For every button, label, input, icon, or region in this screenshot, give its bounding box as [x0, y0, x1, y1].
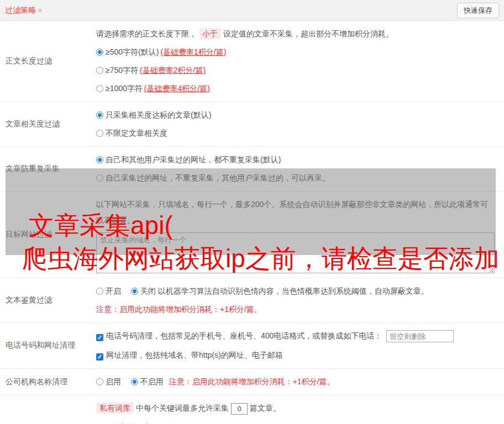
row-site-filter: 目标网站过滤 以下网站不采集，只填域名，每行一个，最多200个。系统会自动识别并…	[0, 192, 504, 278]
radio-icon	[96, 67, 103, 74]
quick-save-button[interactable]: 快速保存	[457, 3, 499, 18]
row-label: 公司机构名称清理	[0, 369, 96, 395]
radio-length-500[interactable]: ≥500字符(默认)(基础费率1积分/篇)	[96, 46, 498, 57]
site-filter-desc: 以下网站不采集，只填域名，每行一个，最多200个。系统会自动识别并屏蔽那些非文章…	[96, 197, 498, 211]
topbar: 过滤策略 » 快速保存	[0, 0, 504, 21]
row-keyword-dedup: 关键词防重复采集 私有词库中每个关键词最多允许采集篇文章。 如果留空或设为0，则…	[0, 395, 504, 424]
radio-icon	[96, 378, 103, 385]
row-relevance-filter: 文章相关度过滤 只采集相关度达标的文章(默认) 不限定文章相关度	[0, 102, 504, 147]
radio-relevance-strict[interactable]: 只采集相关度达标的文章(默认)	[96, 109, 498, 120]
row-label: 文章相关度过滤	[0, 102, 96, 146]
row-label: 关键词防重复采集	[0, 395, 96, 424]
company-clean-note: 注意：启用此功能将增加积分消耗：+1积分/篇。	[169, 377, 335, 386]
radio-porn-off[interactable]: 关闭	[131, 287, 156, 295]
row-company-clean: 公司机构名称清理 启用 不启用 注意：启用此功能将增加积分消耗：+1积分/篇。	[0, 369, 504, 395]
fee-note: (基础费率1积分/篇)	[160, 47, 226, 56]
row-label: 文本鉴黄过滤	[0, 278, 96, 322]
fee-note: (基础费率2积分/篇)	[140, 66, 206, 75]
radio-relevance-any[interactable]: 不限定文章相关度	[96, 128, 498, 139]
radio-icon	[96, 85, 103, 92]
radio-length-750[interactable]: ≥750字符(基础费率2积分/篇)	[96, 65, 498, 76]
checkbox-url-clean[interactable]: 网址清理，包括纯域名、带http(s)的网址、电子邮箱	[96, 349, 498, 361]
radio-icon	[96, 288, 103, 295]
radio-dedup-global[interactable]: 自己和其他用户采集过的网址，都不重复采集(默认)	[96, 154, 498, 165]
blocked-domains-textarea[interactable]	[96, 232, 495, 273]
radio-icon	[131, 288, 138, 295]
keyword-dedup-rule-zero: 如果留空或设为0，则不限篇数。	[96, 422, 498, 424]
row-label: 电话号码和网址清理	[0, 323, 96, 368]
radio-icon	[96, 156, 103, 163]
radio-length-1000[interactable]: ≥1000字符(基础费率4积分/篇)	[96, 83, 498, 94]
checkbox-icon	[96, 334, 103, 341]
row-dedup-filter: 文章防重复采集 自己和其他用户采集过的网址，都不重复采集(默认) 自己采集过的网…	[0, 147, 504, 192]
radio-company-clean-off[interactable]: 不启用	[131, 377, 164, 386]
less-than-highlight: 小于	[200, 28, 221, 39]
filter-strategy-page: 过滤策略 » 快速保存 正文长度过滤 请选择需求的正文长度下限，小于设定值的文章…	[0, 0, 504, 424]
radio-icon	[96, 112, 103, 119]
row-label: 目标网站过滤	[0, 192, 96, 278]
length-filter-desc: 请选择需求的正文长度下限，小于设定值的文章不采集，超出部分不增加积分消耗。	[96, 28, 498, 39]
checkbox-icon	[96, 353, 103, 361]
site-filter-desc: 以不设置。	[96, 213, 498, 227]
fee-note: (基础费率4积分/篇)	[144, 84, 210, 93]
row-length-filter: 正文长度过滤 请选择需求的正文长度下限，小于设定值的文章不采集，超出部分不增加积…	[0, 21, 504, 102]
porn-filter-note: 注意：启用此功能将增加积分消耗：+1积分/篇。	[96, 304, 498, 315]
max-articles-input[interactable]	[231, 403, 248, 415]
row-label: 文章防重复采集	[0, 147, 96, 191]
private-lexicon-chip: 私有词库	[96, 402, 134, 414]
row-label: 正文长度过滤	[0, 21, 96, 102]
radio-company-clean-on[interactable]: 启用	[96, 377, 121, 386]
row-phone-url-clean: 电话号码和网址清理 电话号码清理，包括常见的手机号、座机号、400电话格式，或替…	[0, 323, 504, 369]
radio-porn-on[interactable]: 开启	[96, 287, 121, 295]
radio-dedup-own-only[interactable]: 自己采集过的网址，不重复采集，其他用户采集过的，可以再采。	[96, 172, 498, 183]
radio-icon	[131, 378, 138, 385]
section-title: 过滤策略	[5, 6, 36, 15]
radio-icon	[96, 130, 103, 137]
radio-icon	[96, 174, 103, 182]
chevron-double-down-icon: »	[37, 8, 44, 12]
row-porn-filter: 文本鉴黄过滤 开启 关闭 以机器学习算法自动识别色情内容，当色情概率达到系统阈值…	[0, 278, 504, 323]
porn-filter-desc: 以机器学习算法自动识别色情内容，当色情概率达到系统阈值，自动屏蔽文章。	[158, 287, 429, 295]
checkbox-phone-clean[interactable]: 电话号码清理，包括常见的手机号、座机号、400电话格式，或替换成如下电话：	[96, 331, 382, 340]
radio-icon	[96, 49, 103, 56]
replacement-phone-input[interactable]	[386, 330, 454, 342]
section-toggle-filter-strategy[interactable]: 过滤策略 »	[5, 6, 43, 15]
